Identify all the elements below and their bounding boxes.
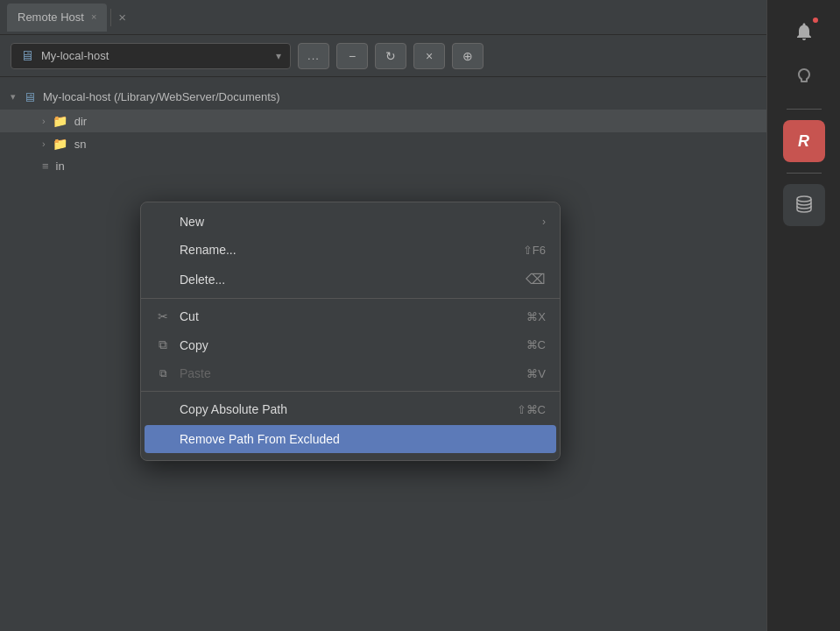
cut-shortcut: ⌘X — [526, 310, 546, 323]
menu-item-rename-left: Rename... — [155, 243, 236, 257]
menu-item-delete[interactable]: Delete... ⌫ — [141, 264, 560, 294]
paste-icon: ⧉ — [155, 367, 171, 379]
copy-abs-shortcut: ⇧⌘C — [517, 403, 546, 416]
menu-item-copy-left: ⧉ Copy — [155, 337, 208, 352]
menu-item-cut[interactable]: ✂ Cut ⌘X — [141, 302, 560, 330]
new-label: New — [180, 215, 204, 229]
sidebar-divider-2 — [787, 173, 822, 174]
remove-excluded-label: Remove Path From Excluded — [180, 432, 340, 446]
copy-shortcut: ⌘C — [526, 338, 546, 351]
copy-abs-label: Copy Absolute Path — [180, 402, 287, 416]
delete-label: Delete... — [180, 273, 225, 287]
menu-item-copy-abs-left: Copy Absolute Path — [155, 402, 287, 416]
notification-badge — [811, 16, 820, 25]
copy-label: Copy — [180, 338, 208, 352]
database-icon — [794, 195, 815, 216]
svg-point-0 — [797, 196, 811, 202]
menu-item-paste-left: ⧉ Paste — [155, 366, 211, 380]
menu-item-cut-left: ✂ Cut — [155, 309, 199, 323]
sidebar-divider-1 — [787, 109, 822, 110]
menu-divider-2 — [141, 391, 560, 392]
menu-item-remove-excluded[interactable]: Remove Path From Excluded — [145, 425, 556, 453]
delete-shortcut: ⌫ — [526, 271, 546, 287]
spiral-button[interactable] — [783, 56, 825, 98]
context-menu-overlay: New › Rename... ⇧F6 Delete... ⌫ — [0, 0, 766, 631]
new-arrow: › — [542, 216, 546, 228]
menu-item-copy[interactable]: ⧉ Copy ⌘C — [141, 330, 560, 359]
database-button[interactable] — [783, 184, 825, 226]
bell-icon — [794, 21, 815, 42]
cut-icon: ✂ — [155, 309, 171, 323]
copy-icon: ⧉ — [155, 337, 171, 352]
context-menu: New › Rename... ⇧F6 Delete... ⌫ — [140, 202, 561, 461]
menu-item-rename[interactable]: Rename... ⇧F6 — [141, 236, 560, 264]
rename-shortcut: ⇧F6 — [523, 244, 546, 257]
menu-item-new[interactable]: New › — [141, 208, 560, 236]
menu-item-new-left: New — [155, 215, 204, 229]
menu-item-remove-left: Remove Path From Excluded — [155, 432, 340, 446]
menu-item-delete-left: Delete... — [155, 273, 225, 287]
paste-label: Paste — [180, 366, 211, 380]
spiral-icon — [794, 67, 815, 88]
rustrover-logo[interactable]: R — [783, 120, 825, 162]
cut-label: Cut — [180, 309, 199, 323]
notification-wrapper — [783, 11, 825, 53]
rename-label: Rename... — [180, 243, 236, 257]
paste-shortcut: ⌘V — [526, 367, 546, 380]
right-sidebar: R — [766, 0, 840, 631]
menu-item-copy-abs-path[interactable]: Copy Absolute Path ⇧⌘C — [141, 395, 560, 423]
main-panel: Remote Host × × 🖥 My-local-host ▾ ... − … — [0, 0, 766, 631]
menu-item-paste: ⧉ Paste ⌘V — [141, 359, 560, 387]
menu-divider-1 — [141, 298, 560, 299]
